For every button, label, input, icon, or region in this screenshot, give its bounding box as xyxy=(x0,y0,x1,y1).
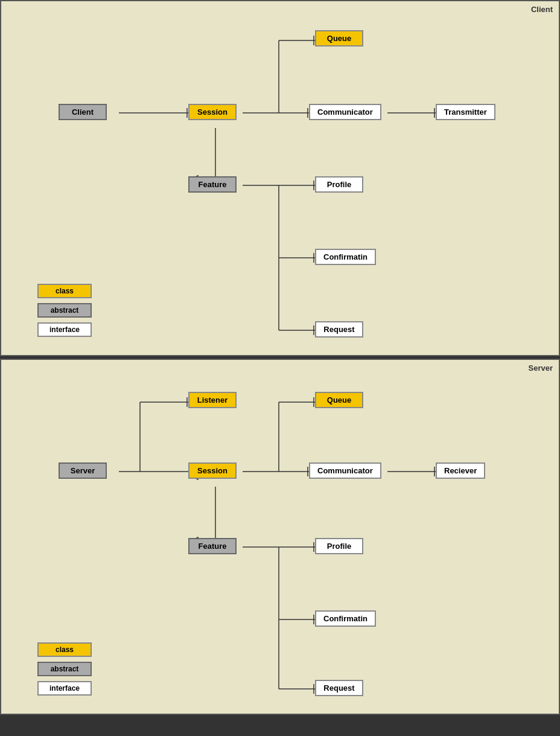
client-panel: Client xyxy=(0,0,560,356)
server-node: Server xyxy=(59,462,107,479)
server-session-node: Session xyxy=(188,462,237,479)
feature-node: Feature xyxy=(188,176,237,193)
listener-node: Listener xyxy=(188,392,237,408)
client-node: Client xyxy=(59,104,107,120)
server-legend-interface-item: interface xyxy=(37,681,92,696)
confirmation-node: Confirmatin xyxy=(315,249,376,265)
server-request-node: Request xyxy=(315,680,363,696)
legend-class-box: class xyxy=(37,284,92,298)
queue-top-node: Queue xyxy=(315,30,363,46)
transmitter-node: Transmitter xyxy=(436,104,495,120)
communicator-node: Communicator xyxy=(309,104,381,120)
server-legend-abstract-box: abstract xyxy=(37,662,92,676)
client-panel-label: Client xyxy=(531,5,553,14)
client-legend: class abstract interface xyxy=(37,284,92,337)
server-panel-label: Server xyxy=(529,363,553,373)
server-legend: class abstract interface xyxy=(37,642,92,696)
legend-interface-item: interface xyxy=(37,322,92,337)
legend-class-item: class xyxy=(37,284,92,298)
server-feature-node: Feature xyxy=(188,538,237,554)
request-node: Request xyxy=(315,321,363,338)
session-node: Session xyxy=(188,104,237,120)
server-legend-abstract-item: abstract xyxy=(37,662,92,676)
server-legend-class-box: class xyxy=(37,642,92,657)
reciever-node: Reciever xyxy=(436,462,485,479)
server-panel: Server xyxy=(0,359,560,715)
server-legend-class-item: class xyxy=(37,642,92,657)
legend-abstract-item: abstract xyxy=(37,303,92,318)
legend-abstract-box: abstract xyxy=(37,303,92,318)
diagram-container: Client xyxy=(0,0,560,715)
server-queue-node: Queue xyxy=(315,392,363,408)
legend-interface-box: interface xyxy=(37,322,92,337)
server-legend-interface-box: interface xyxy=(37,681,92,696)
profile-node: Profile xyxy=(315,176,363,193)
server-confirmation-node: Confirmatin xyxy=(315,610,376,627)
server-communicator-node: Communicator xyxy=(309,462,381,479)
server-profile-node: Profile xyxy=(315,538,363,554)
